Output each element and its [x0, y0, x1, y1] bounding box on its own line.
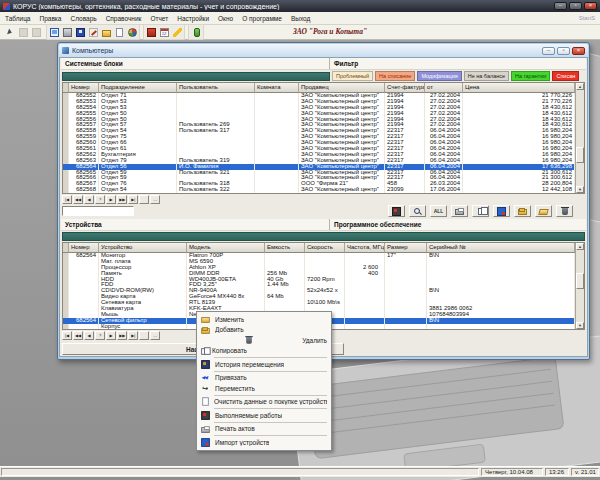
- nav-button[interactable]: ◀◀: [73, 331, 83, 340]
- nav-button[interactable]: ▶|: [128, 331, 138, 340]
- paint-icon[interactable]: [126, 26, 138, 38]
- context-menu-item[interactable]: Добавить: [198, 325, 330, 336]
- nav-button[interactable]: …: [150, 195, 160, 204]
- context-menu-item[interactable]: Очистить данные о покупке устройств: [198, 397, 330, 408]
- table-row[interactable]: 682568Отдел 54Пользователь 322ЗАО "Компь…: [63, 187, 575, 193]
- works-button[interactable]: [388, 205, 405, 217]
- filter-chip[interactable]: Проблемный: [332, 71, 373, 81]
- column-header[interactable]: Емкость: [265, 243, 305, 253]
- window-titlebar[interactable]: Компьютеры: [59, 44, 588, 57]
- scroll-up-icon[interactable]: ▲: [576, 83, 584, 90]
- context-menu-item[interactable]: Печать актов: [198, 424, 330, 435]
- filter-chip[interactable]: Списан: [552, 71, 579, 81]
- nav-button[interactable]: |◀: [62, 195, 72, 204]
- pointer-icon[interactable]: [4, 26, 16, 38]
- nav-button[interactable]: ▶|: [128, 195, 138, 204]
- column-header[interactable]: Счет-фактура №: [385, 83, 425, 93]
- folder-icon[interactable]: [100, 26, 112, 38]
- print-button[interactable]: [451, 205, 468, 217]
- context-menu-item[interactable]: История перемещения: [198, 359, 330, 370]
- nav-button[interactable]: |◀: [62, 331, 72, 340]
- menu-item[interactable]: Окно: [218, 15, 233, 22]
- filter-chip[interactable]: На списание: [375, 71, 415, 81]
- column-header[interactable]: Модель: [187, 243, 265, 253]
- nav-button[interactable]: ?: [95, 331, 105, 340]
- menu-item[interactable]: Словарь: [70, 15, 96, 22]
- nav-button[interactable]: [139, 195, 149, 204]
- computer-icon[interactable]: [48, 26, 60, 38]
- search-button[interactable]: [409, 205, 426, 217]
- filter-chip[interactable]: На гарантии: [511, 71, 550, 81]
- battery-icon[interactable]: [190, 26, 202, 38]
- column-header[interactable]: Частота, МГц: [345, 243, 385, 253]
- software-tab[interactable]: Программное обеспечение: [330, 221, 421, 228]
- nav-button[interactable]: ?: [95, 195, 105, 204]
- nav-button[interactable]: ◀◀: [73, 195, 83, 204]
- nav-button[interactable]: ◀: [84, 195, 94, 204]
- column-header[interactable]: Пользователь: [177, 83, 255, 93]
- vertical-scrollbar[interactable]: ▲ ▼: [575, 243, 584, 329]
- menu-item[interactable]: Отчет: [150, 15, 168, 22]
- vertical-scrollbar[interactable]: ▲ ▼: [575, 83, 584, 193]
- window-close-button[interactable]: [572, 47, 585, 55]
- context-menu-item[interactable]: Переместить: [198, 383, 330, 394]
- app-maximize-button[interactable]: [569, 2, 582, 10]
- menu-item[interactable]: Таблица: [5, 15, 31, 22]
- lightning-icon[interactable]: [171, 26, 183, 38]
- column-header[interactable]: Цена: [463, 83, 575, 93]
- app-minimize-button[interactable]: [554, 2, 567, 10]
- folder-open-button[interactable]: [535, 205, 552, 217]
- window-minimize-button[interactable]: [542, 47, 555, 55]
- nav-button[interactable]: ▶▶: [117, 195, 127, 204]
- column-header[interactable]: Номер: [69, 243, 99, 253]
- app-close-button[interactable]: [584, 2, 597, 10]
- book-icon[interactable]: [145, 26, 157, 38]
- column-header[interactable]: Номер: [69, 83, 99, 93]
- column-header[interactable]: Продавец: [299, 83, 385, 93]
- menu-item[interactable]: Настройки: [177, 15, 209, 22]
- cut-icon[interactable]: [17, 26, 29, 38]
- document-icon[interactable]: [113, 26, 125, 38]
- context-menu-item[interactable]: Изменить: [198, 314, 330, 325]
- copy-button[interactable]: [472, 205, 489, 217]
- menu-item[interactable]: О программе: [242, 15, 282, 22]
- nav-button[interactable]: [139, 331, 149, 340]
- context-menu-item[interactable]: Копировать: [198, 346, 330, 357]
- scroll-thumb[interactable]: [576, 273, 584, 289]
- menu-item[interactable]: Правка: [40, 15, 62, 22]
- nav-button[interactable]: ▶: [106, 331, 116, 340]
- all-button[interactable]: ALL: [430, 205, 447, 217]
- quick-search-input[interactable]: [62, 206, 134, 216]
- printer-icon[interactable]: [61, 26, 73, 38]
- column-header[interactable]: Комната: [255, 83, 299, 93]
- import-button[interactable]: [493, 205, 510, 217]
- menu-item[interactable]: Справочник: [106, 15, 142, 22]
- column-header[interactable]: Серийный №: [427, 243, 575, 253]
- folder-add-button[interactable]: [514, 205, 531, 217]
- scroll-down-icon[interactable]: ▼: [576, 322, 584, 329]
- context-menu-item[interactable]: Привязать: [198, 373, 330, 384]
- nav-button[interactable]: ◀: [84, 331, 94, 340]
- context-menu-item[interactable]: Выполняемые работы: [198, 410, 330, 421]
- column-header[interactable]: Скорость: [305, 243, 345, 253]
- scroll-thumb[interactable]: [576, 147, 584, 163]
- scroll-up-icon[interactable]: ▲: [576, 243, 584, 250]
- menu-item[interactable]: Выход: [291, 15, 310, 22]
- devices-tab[interactable]: Устройства: [61, 221, 329, 228]
- save-icon[interactable]: [74, 26, 86, 38]
- nav-button[interactable]: ▶▶: [117, 331, 127, 340]
- column-header[interactable]: Подразделение: [99, 83, 177, 93]
- paste-icon[interactable]: [30, 26, 42, 38]
- context-menu-item[interactable]: Удалить: [198, 335, 330, 346]
- scroll-down-icon[interactable]: ▼: [576, 186, 584, 193]
- nav-button[interactable]: …: [150, 331, 160, 340]
- column-header[interactable]: от: [425, 83, 463, 93]
- window-maximize-button[interactable]: [557, 47, 570, 55]
- column-header[interactable]: Размер: [385, 243, 427, 253]
- context-menu-item[interactable]: Импорт устройств: [198, 437, 330, 448]
- tools-icon[interactable]: [87, 26, 99, 38]
- nav-button[interactable]: ▶: [106, 195, 116, 204]
- filter-chip[interactable]: Модификация: [417, 71, 461, 81]
- column-header[interactable]: Устройство: [99, 243, 187, 253]
- trash-button[interactable]: [556, 205, 573, 217]
